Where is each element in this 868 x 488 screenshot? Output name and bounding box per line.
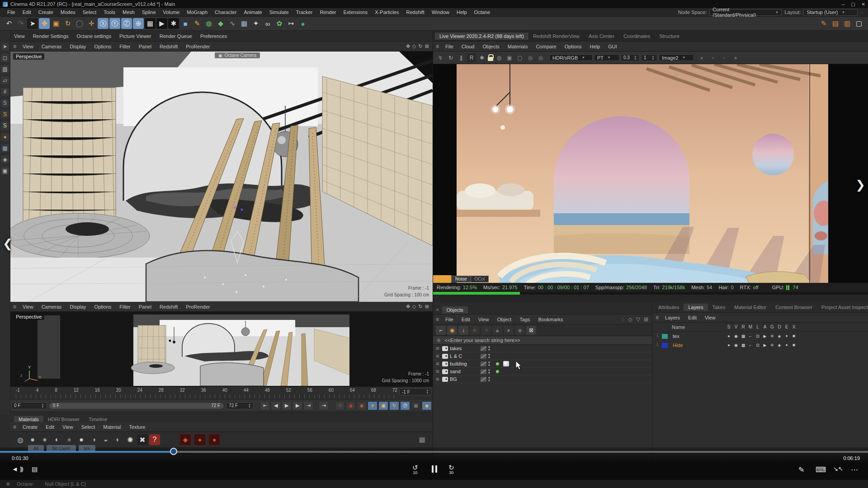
material-grid-view-icon[interactable]: ▦	[419, 436, 428, 444]
layer-generators-icon[interactable]: ✛	[769, 343, 776, 347]
previous-frame-button[interactable]: ◀	[271, 401, 281, 410]
menu-item[interactable]: Window	[428, 9, 453, 15]
viewport2-canvas[interactable]: Perspective Y X z Frame : -1 Grid Spacin…	[10, 312, 433, 387]
layer-name[interactable]: Hide	[671, 343, 725, 348]
layer-animation-icon[interactable]: ▶	[761, 334, 769, 338]
paint-tool-icon[interactable]: ✎	[818, 18, 829, 29]
unknown-material-icon[interactable]: ?	[149, 434, 160, 445]
play-button[interactable]: ▶	[282, 401, 292, 410]
panel-tab[interactable]: Layers	[684, 304, 708, 311]
edit-tag-icon[interactable]	[481, 346, 486, 351]
visibility-dots[interactable]	[488, 346, 490, 351]
menu-item[interactable]: File	[4, 9, 19, 15]
edit-tag-icon[interactable]	[481, 361, 486, 366]
enable-axis-icon[interactable]: ●	[1, 133, 9, 141]
layer-expressions-icon[interactable]: ✦	[783, 334, 790, 338]
visibility-dots[interactable]	[488, 354, 490, 358]
render-canvas[interactable]: ❯ Noise OCol Rendering:12.5%Ms/sec:21.97…	[433, 64, 868, 291]
solo-hierarchy-icon[interactable]: S	[1, 122, 9, 130]
subdivision-surface-icon[interactable]: ◍	[203, 18, 214, 29]
render-menu-item[interactable]: Render Settings	[29, 33, 72, 39]
menu-item[interactable]: Extensions	[340, 9, 371, 15]
materials-menu-item[interactable]: Edit	[42, 424, 58, 430]
layer-name[interactable]: tex	[671, 333, 725, 339]
balloon-icon[interactable]: ◍	[495, 53, 504, 62]
octane-record-icon[interactable]: ◉	[357, 401, 367, 410]
layer-lock-icon[interactable]: ⊡	[754, 334, 761, 338]
material-half-sphere-icon[interactable]: ◐	[52, 434, 62, 445]
collapse-button[interactable]: ↘↖	[833, 465, 843, 472]
player-progress-bar[interactable]	[0, 451, 868, 453]
live-viewer-menu-item[interactable]: Options	[561, 44, 585, 49]
expand-icon[interactable]: ⊞	[436, 354, 440, 358]
menu-item[interactable]: Spline	[138, 9, 160, 15]
model-mode-icon[interactable]: ◻	[1, 54, 9, 62]
live-viewer-menu-item[interactable]: Objects	[479, 44, 503, 49]
dim-tool-icon[interactable]: ◔	[481, 326, 491, 335]
layer-view-icon[interactable]: ◉	[732, 343, 740, 347]
menu-item[interactable]: Octane	[471, 9, 494, 15]
menu-item[interactable]: Simulate	[266, 9, 292, 15]
node-space-select[interactable]: Current (Standard/Physical)▼	[709, 9, 782, 16]
layer-row[interactable]: └ tex ● ◉ ▦ ⌐ ⊡ ▶ ✛ ◈ ✦ ✖	[653, 332, 868, 341]
forward-30-button[interactable]: ↻30	[448, 465, 454, 475]
octane-glossy-material-button[interactable]: ●	[194, 434, 206, 446]
live-viewer-tab[interactable]: Axis Center	[584, 33, 619, 40]
camera-chip[interactable]: ▣Octane Camera	[215, 52, 260, 58]
lock-y-axis-icon[interactable]: Ⓨ	[109, 18, 120, 29]
live-viewer-menu-item[interactable]: GUI	[604, 44, 621, 49]
key-position-toggle[interactable]: ✛	[368, 401, 377, 410]
menu-item[interactable]: Create	[35, 9, 57, 15]
materials-menu-item[interactable]: Material	[99, 424, 124, 430]
pause-button[interactable]	[432, 465, 437, 473]
menu-item[interactable]: Character	[211, 9, 240, 15]
menu-item[interactable]: Redshift	[402, 9, 428, 15]
visibility-dots[interactable]	[488, 369, 490, 374]
object-row[interactable]: ⊞ sand	[433, 368, 652, 375]
octane-specular-material-button[interactable]: ●	[208, 434, 220, 446]
previous-page-chevron[interactable]: ❮	[3, 237, 13, 251]
viewport-menu-item[interactable]: View	[19, 304, 37, 310]
objects-menu-item[interactable]: Edit	[458, 317, 474, 322]
wireframe-mode-icon[interactable]: ▢	[515, 53, 524, 62]
blend-material-icon[interactable]: ◒	[100, 434, 111, 445]
material-sphere-icon[interactable]: ●	[27, 434, 38, 445]
dim-tool-icon[interactable]: ▲	[492, 326, 502, 335]
viewport-filter-icon[interactable]: ▦	[1, 144, 9, 152]
composite-material-icon[interactable]: ◐	[113, 434, 123, 445]
texture-mode-icon[interactable]: ▨	[1, 65, 9, 73]
character-icon[interactable]: ✿	[274, 18, 285, 29]
layer-generators-icon[interactable]: ✛	[769, 334, 776, 338]
enabled-dot-icon[interactable]	[495, 370, 500, 374]
panel-tab[interactable]: Takes	[708, 304, 730, 311]
materials-menu-item[interactable]: Select	[78, 424, 99, 430]
burger-icon[interactable]: ≡	[10, 43, 19, 50]
redo-icon[interactable]: ↷	[15, 18, 26, 29]
object-row[interactable]: ⊞ BG	[433, 375, 652, 383]
minimize-button[interactable]: –	[842, 2, 845, 7]
bar-toggle-icon[interactable]: ▪	[708, 53, 717, 62]
spline-icon[interactable]: ∿	[227, 18, 238, 29]
lock-x-axis-icon[interactable]: Ⓧ	[98, 18, 108, 29]
array-icon[interactable]: ▦	[239, 18, 250, 29]
close-button[interactable]: ✕	[862, 2, 865, 7]
edit-tag-icon[interactable]	[481, 354, 486, 359]
objects-menu-item[interactable]: File	[442, 317, 457, 322]
object-name[interactable]: building	[450, 361, 479, 366]
object-name[interactable]: takes	[450, 346, 479, 351]
live-viewer-menu-item[interactable]: Cloud	[458, 44, 478, 49]
save-icon[interactable]: ▢	[854, 18, 864, 29]
viewport-menu-item[interactable]: Filter	[116, 44, 134, 49]
mograph-icon[interactable]: ✦	[250, 18, 261, 29]
materials-menu-item[interactable]: Texture	[125, 424, 149, 430]
expand-icon[interactable]: ⊞	[436, 369, 440, 374]
objects-tab[interactable]: Objects	[442, 306, 468, 314]
scale-tool-icon[interactable]: ▣	[51, 18, 61, 29]
lock-z-axis-icon[interactable]: Ⓩ	[121, 18, 132, 29]
record-keyframe-button[interactable]: ◉	[346, 401, 356, 410]
kernel-select[interactable]: PT▼	[594, 54, 619, 61]
viewport-menu-item[interactable]: Filter	[116, 304, 134, 310]
rotate-view-icon[interactable]: ↻	[419, 43, 423, 49]
objects-menu-item[interactable]: View	[475, 317, 493, 322]
render-menu-item[interactable]: View	[10, 33, 28, 39]
